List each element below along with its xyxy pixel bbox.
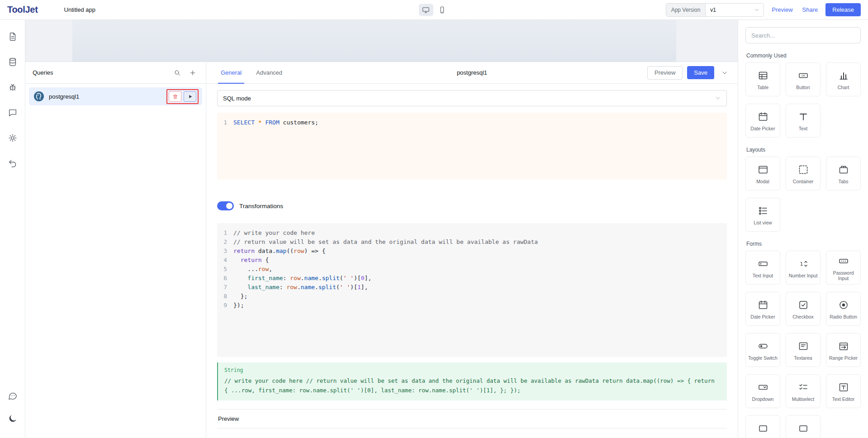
canvas-surface[interactable]	[72, 20, 676, 62]
code-text: return {	[233, 256, 269, 265]
code-line: 9});	[217, 301, 727, 310]
database-icon[interactable]	[8, 57, 18, 67]
widget-section-label: Forms	[746, 241, 860, 247]
widget-card-label: Checkbox	[792, 314, 814, 319]
svg-text:1: 1	[800, 261, 803, 267]
widget-card-tabs[interactable]: Tabs	[826, 157, 861, 190]
query-editor-body: SQL mode 1SELECT * FROM customers; Trans…	[206, 84, 738, 438]
widget-card-dropdown[interactable]: Dropdown	[745, 374, 780, 408]
moon-icon[interactable]	[8, 414, 18, 424]
listview-icon	[758, 205, 768, 216]
widget-card-label: Multiselect	[792, 396, 815, 402]
transformation-editor[interactable]: 1// write your code here2// return value…	[217, 223, 727, 357]
widget-card-button[interactable]: OKButton	[786, 62, 821, 96]
query-name: postgresql1	[457, 69, 487, 76]
code-text: last_name: row.name.split(' ')[1],	[233, 283, 368, 292]
widget-card-modal[interactable]: Modal	[745, 157, 780, 190]
widget-card-container[interactable]: Container	[786, 157, 821, 190]
undo-icon[interactable]	[8, 158, 18, 168]
collapse-editor-button[interactable]	[719, 67, 730, 79]
widget-card-number-input[interactable]: 1Number Input	[786, 251, 821, 285]
app-body: Queries postgresql1 GeneralAdvanced post…	[0, 20, 868, 438]
query-preview-button[interactable]: Preview	[647, 66, 683, 80]
tab-advanced[interactable]: Advanced	[249, 62, 289, 83]
widget-card-radio-button[interactable]: Radio Button	[826, 292, 861, 326]
pages-icon[interactable]	[8, 32, 18, 42]
code-text: SELECT * FROM customers;	[233, 118, 318, 127]
widget-card-label: Chart	[838, 85, 849, 90]
search-queries-button[interactable]	[171, 67, 183, 79]
table-icon	[758, 70, 768, 81]
widget-card-list-view[interactable]: List view	[745, 198, 780, 232]
transformation-result: String // write your code here // return…	[217, 362, 727, 400]
widget-card-label: Toggle Switch	[748, 355, 778, 361]
share-button[interactable]: Share	[801, 5, 820, 15]
widget-grid: ModalContainerTabsList view	[745, 157, 861, 232]
widget-card-label: Radio Button	[830, 314, 857, 319]
line-number: 6	[217, 274, 233, 283]
widget-card-label: List view	[754, 220, 772, 225]
checkbox-icon	[798, 300, 809, 310]
result-type-label: String	[224, 367, 721, 373]
line-number: 1	[217, 229, 233, 238]
app-logo[interactable]: ToolJet	[7, 5, 38, 15]
partial-icon	[758, 423, 768, 434]
widget-card-toggle-switch[interactable]: Toggle Switch	[745, 333, 780, 367]
textarea-icon	[798, 341, 809, 352]
add-query-button[interactable]	[187, 67, 199, 79]
app-name[interactable]: Untitled app	[64, 6, 95, 13]
widget-card-date-picker[interactable]: Date Picker	[745, 292, 780, 326]
header-actions: App Version v1 Preview Share Release	[666, 3, 861, 17]
transformations-toggle[interactable]	[217, 201, 234, 210]
widget-card-textarea[interactable]: Textarea	[786, 333, 821, 367]
widget-card-text[interactable]: Text	[786, 104, 821, 138]
tab-general[interactable]: General	[213, 62, 249, 83]
query-save-button[interactable]: Save	[687, 66, 714, 79]
code-line: 1SELECT * FROM customers;	[217, 118, 727, 127]
app-version-select[interactable]: App Version v1	[666, 3, 764, 17]
widget-card-checkbox[interactable]: Checkbox	[786, 292, 821, 326]
widget-card-label: Table	[757, 85, 768, 90]
preview-app-button[interactable]: Preview	[770, 5, 794, 15]
widget-card-partial[interactable]	[745, 415, 780, 438]
left-rail-bottom	[8, 391, 18, 424]
widget-card-table[interactable]: Table	[745, 62, 780, 96]
widget-card-range-picker[interactable]: Range Picker	[826, 333, 861, 367]
widget-card-date-picker[interactable]: Date Picker	[745, 104, 780, 138]
line-number: 5	[217, 265, 233, 274]
query-editor-panel: GeneralAdvanced postgresql1 Preview Save…	[206, 62, 738, 438]
query-list: postgresql1	[25, 84, 206, 105]
widget-card-partial[interactable]	[786, 415, 821, 438]
widget-search-input[interactable]	[745, 27, 861, 43]
settings-icon[interactable]	[8, 133, 18, 143]
chat-icon[interactable]	[8, 391, 18, 401]
search-icon	[174, 69, 181, 76]
radio-icon	[838, 300, 849, 310]
toggle-icon	[758, 341, 768, 352]
sql-editor[interactable]: 1SELECT * FROM customers;	[217, 113, 727, 180]
chart-icon	[838, 70, 849, 81]
delete-query-button[interactable]	[169, 91, 181, 102]
widget-card-password-input[interactable]: Password Input	[826, 251, 861, 285]
run-query-button[interactable]	[184, 91, 196, 102]
widget-card-chart[interactable]: Chart	[826, 62, 861, 96]
desktop-toggle-button[interactable]	[419, 4, 433, 16]
mobile-toggle-button[interactable]	[435, 4, 450, 16]
code-text: ...row,	[233, 265, 272, 274]
widget-card-text-input[interactable]: Text Input	[745, 251, 780, 285]
app-canvas[interactable]	[25, 20, 738, 62]
query-editor-header: GeneralAdvanced postgresql1 Preview Save	[206, 62, 738, 84]
widget-card-multiselect[interactable]: Multiselect	[786, 374, 821, 408]
comments-icon[interactable]	[8, 108, 18, 118]
sql-mode-select[interactable]: SQL mode	[217, 90, 727, 106]
query-list-item[interactable]: postgresql1	[29, 87, 202, 105]
release-button[interactable]: Release	[825, 3, 861, 16]
debugger-icon[interactable]	[8, 82, 18, 92]
modal-icon	[758, 164, 768, 175]
play-icon	[187, 94, 193, 100]
widget-card-text-editor[interactable]: Text Editor	[826, 374, 861, 408]
widget-section-label: Layouts	[746, 147, 860, 153]
widget-panel: Commonly UsedTableOKButtonChartDate Pick…	[738, 20, 868, 438]
numberinput-icon: 1	[798, 258, 809, 269]
desktop-icon	[422, 6, 430, 14]
